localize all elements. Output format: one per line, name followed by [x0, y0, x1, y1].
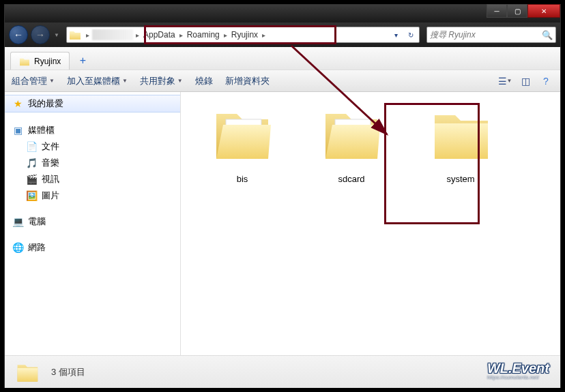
- sidebar-network[interactable]: 🌐 網路: [5, 239, 180, 256]
- breadcrumb-seg[interactable]: Roaming: [186, 30, 221, 40]
- nav-tree: ★ 我的最愛 ▣ 媒體櫃 📄文件 🎵音樂 🎬視訊 🖼️圖片 💻 電腦: [5, 92, 181, 355]
- breadcrumb-seg[interactable]: Ryujinx: [230, 30, 259, 40]
- titlebar: ─ ▢ ✕: [5, 5, 560, 22]
- network-icon: 🌐: [12, 241, 24, 254]
- folder-icon: [19, 57, 30, 66]
- breadcrumb-seg[interactable]: AppData: [142, 30, 177, 40]
- folder-system[interactable]: system: [420, 100, 502, 184]
- chevron-right-icon: ▸: [83, 31, 92, 39]
- search-box[interactable]: 🔍: [426, 27, 556, 43]
- sidebar-pictures[interactable]: 🖼️圖片: [5, 187, 180, 204]
- folder-icon: [426, 100, 495, 168]
- folder-icon: [68, 28, 82, 42]
- share-menu[interactable]: 共用對象▼: [140, 75, 183, 87]
- folder-sdcard[interactable]: sdcard: [310, 100, 392, 184]
- back-button[interactable]: ←: [9, 25, 28, 44]
- music-icon: 🎵: [25, 157, 38, 169]
- new-tab-button[interactable]: +: [74, 53, 91, 68]
- arrow-right-icon: →: [35, 29, 45, 40]
- burn-button[interactable]: 燒錄: [195, 75, 213, 87]
- watermark: WL.Event https://cumolents.net/: [487, 361, 549, 380]
- folder-view[interactable]: bis sdcard system: [181, 92, 560, 355]
- tab-bar: Ryujinx +: [5, 47, 560, 70]
- chevron-down-icon: ▼: [177, 78, 183, 84]
- chevron-right-icon: ▸: [259, 31, 268, 39]
- addr-obscured: [92, 29, 133, 40]
- sidebar-libraries[interactable]: ▣ 媒體櫃: [5, 122, 180, 138]
- address-bar[interactable]: ▸ ▸ AppData ▸ Roaming ▸ Ryujinx ▸ ▾ ↻: [66, 27, 420, 43]
- star-icon: ★: [12, 97, 24, 110]
- folder-icon: [13, 359, 42, 385]
- refresh-button[interactable]: ↻: [404, 29, 418, 41]
- sidebar-videos[interactable]: 🎬視訊: [5, 171, 180, 187]
- history-dropdown[interactable]: ▼: [53, 25, 61, 44]
- explorer-window: ─ ▢ ✕ ← → ▼ ▸ ▸ AppData ▸ Roaming ▸ Ryuj…: [4, 4, 561, 388]
- include-menu[interactable]: 加入至媒體櫃▼: [67, 75, 128, 87]
- folder-label: bis: [237, 174, 248, 184]
- chevron-down-icon: ▼: [49, 78, 55, 84]
- folder-bis[interactable]: bis: [201, 100, 283, 184]
- chevron-down-icon: ▼: [122, 78, 128, 84]
- minimize-button[interactable]: ─: [487, 4, 507, 18]
- close-button[interactable]: ✕: [527, 4, 560, 18]
- tab-ryujinx[interactable]: Ryujinx: [10, 52, 70, 70]
- command-bar: 組合管理▼ 加入至媒體櫃▼ 共用對象▼ 燒錄 新增資料夾 ☰ ▼ ◫ ?: [5, 70, 560, 92]
- address-dropdown[interactable]: ▾: [389, 29, 403, 41]
- plus-icon: +: [80, 55, 86, 67]
- preview-pane-button[interactable]: ◫: [518, 74, 533, 89]
- picture-icon: 🖼️: [25, 190, 38, 202]
- arrow-left-icon: ←: [14, 29, 23, 40]
- sidebar-music[interactable]: 🎵音樂: [5, 155, 180, 171]
- close-icon: ✕: [541, 7, 547, 15]
- sidebar-favorites[interactable]: ★ 我的最愛: [5, 95, 180, 112]
- video-icon: 🎬: [25, 173, 38, 185]
- organize-menu[interactable]: 組合管理▼: [12, 75, 55, 87]
- help-button[interactable]: ?: [538, 74, 553, 89]
- folder-label: system: [446, 174, 474, 184]
- chevron-right-icon: ▸: [133, 31, 142, 39]
- chevron-right-icon: ▸: [221, 31, 230, 39]
- sidebar-documents[interactable]: 📄文件: [5, 138, 180, 155]
- folder-label: sdcard: [338, 174, 364, 184]
- tab-label: Ryujinx: [34, 57, 61, 66]
- search-icon: 🔍: [542, 30, 553, 40]
- chevron-right-icon: ▸: [177, 31, 186, 39]
- new-folder-button[interactable]: 新增資料夾: [225, 75, 270, 87]
- folder-open-icon: [317, 100, 386, 168]
- search-input[interactable]: [430, 30, 542, 40]
- status-text: 3 個項目: [51, 366, 85, 378]
- explorer-body: ★ 我的最愛 ▣ 媒體櫃 📄文件 🎵音樂 🎬視訊 🖼️圖片 💻 電腦: [5, 92, 560, 355]
- minimize-icon: ─: [494, 7, 499, 15]
- maximize-icon: ▢: [515, 7, 521, 15]
- maximize-button[interactable]: ▢: [507, 4, 527, 18]
- folder-open-icon: [208, 100, 276, 168]
- nav-bar: ← → ▼ ▸ ▸ AppData ▸ Roaming ▸ Ryujinx ▸ …: [5, 22, 560, 47]
- computer-icon: 💻: [12, 215, 24, 228]
- forward-button[interactable]: →: [31, 25, 50, 44]
- document-icon: 📄: [25, 140, 38, 153]
- chevron-down-icon: ▼: [507, 78, 512, 84]
- sidebar-computer[interactable]: 💻 電腦: [5, 213, 180, 230]
- view-mode-button[interactable]: ☰ ▼: [497, 74, 512, 89]
- status-bar: 3 個項目: [5, 355, 560, 388]
- libraries-icon: ▣: [12, 124, 24, 136]
